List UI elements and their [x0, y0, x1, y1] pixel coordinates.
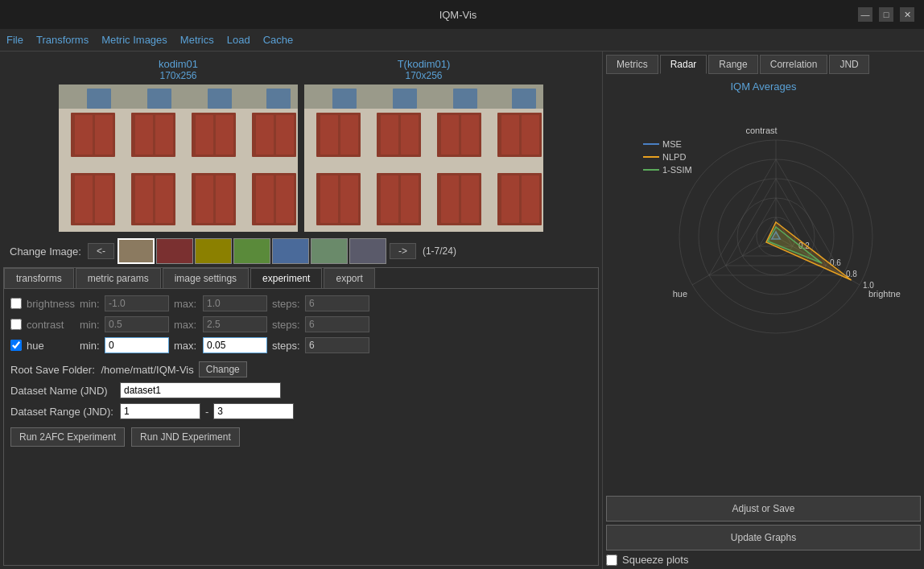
- svg-rect-9: [196, 115, 213, 155]
- contrast-min-label: min:: [80, 319, 100, 331]
- thumbnail-strip: [118, 238, 386, 264]
- right-tab-correlation[interactable]: Correlation: [760, 55, 828, 74]
- contrast-steps-input[interactable]: [305, 316, 369, 332]
- contrast-min-input[interactable]: [105, 316, 169, 332]
- prev-image-button[interactable]: <-: [88, 243, 114, 259]
- contrast-max-input[interactable]: [203, 316, 267, 332]
- svg-text:1-SSIM: 1-SSIM: [662, 165, 692, 175]
- app-title: IQM-Vis: [58, 9, 858, 21]
- hue-checkbox[interactable]: [10, 340, 22, 351]
- svg-rect-16: [95, 175, 113, 223]
- dataset-name-row: Dataset Name (JND): [10, 382, 592, 398]
- svg-rect-18: [135, 175, 153, 223]
- tabs-area: transforms metric params image settings …: [3, 267, 599, 566]
- right-tab-metrics[interactable]: Metrics: [606, 55, 658, 74]
- tab-bar: transforms metric params image settings …: [4, 268, 598, 289]
- squeeze-label: Squeeze plots: [622, 554, 688, 566]
- svg-rect-49: [401, 175, 419, 223]
- svg-rect-46: [340, 175, 358, 223]
- thumb-3[interactable]: [195, 238, 232, 264]
- hue-steps-input[interactable]: [305, 337, 369, 353]
- svg-rect-36: [381, 115, 398, 155]
- close-button[interactable]: ✕: [900, 7, 914, 22]
- run-2afc-button[interactable]: Run 2AFC Experiment: [10, 427, 125, 447]
- menu-cache[interactable]: Cache: [263, 34, 294, 46]
- right-bottom: Adjust or Save Update Graphs Squeeze plo…: [606, 493, 921, 566]
- svg-rect-13: [276, 115, 294, 155]
- titlebar: IQM-Vis — □ ✕: [0, 0, 924, 29]
- svg-rect-51: [441, 175, 459, 223]
- window-controls: — □ ✕: [858, 7, 914, 22]
- right-image-section: T(kodim01) 170x256: [304, 58, 543, 232]
- thumb-4[interactable]: [233, 238, 270, 264]
- menu-load[interactable]: Load: [227, 34, 250, 46]
- maximize-button[interactable]: □: [879, 7, 893, 22]
- tab-image-settings[interactable]: image settings: [163, 268, 249, 288]
- hue-steps-label: steps:: [272, 340, 300, 352]
- change-folder-button[interactable]: Change: [199, 361, 247, 377]
- brightness-steps-input[interactable]: [305, 295, 369, 311]
- range-end-input[interactable]: [213, 403, 294, 419]
- svg-text:contrast: contrast: [745, 126, 777, 135]
- svg-rect-60: [627, 96, 901, 361]
- contrast-checkbox[interactable]: [10, 319, 22, 330]
- hue-min-input[interactable]: [105, 337, 169, 353]
- menu-metrics[interactable]: Metrics: [180, 34, 214, 46]
- brightness-steps-label: steps:: [272, 298, 300, 310]
- dataset-range-label: Dataset Range (JND):: [10, 406, 115, 418]
- svg-rect-26: [87, 89, 111, 109]
- svg-rect-24: [256, 175, 274, 223]
- right-tab-range[interactable]: Range: [708, 55, 757, 74]
- svg-rect-45: [320, 175, 338, 223]
- dataset-name-input[interactable]: [120, 382, 281, 398]
- tab-metric-params[interactable]: metric params: [76, 268, 161, 288]
- brightness-min-input[interactable]: [105, 295, 169, 311]
- squeeze-checkbox[interactable]: [606, 555, 617, 566]
- tab-experiment[interactable]: experiment: [250, 268, 322, 288]
- dataset-range-row: Dataset Range (JND): -: [10, 403, 592, 419]
- tab-export[interactable]: export: [324, 268, 374, 288]
- svg-rect-12: [256, 115, 274, 155]
- left-image: [59, 85, 298, 232]
- left-image-section: kodim01 170x256: [59, 58, 298, 232]
- tab-transforms[interactable]: transforms: [4, 268, 74, 288]
- svg-rect-28: [208, 89, 232, 109]
- menubar: File Transforms Metric Images Metrics Lo…: [0, 29, 924, 52]
- right-image: [304, 85, 543, 232]
- svg-rect-33: [320, 115, 338, 155]
- brightness-row: brightness min: max: steps:: [10, 295, 592, 311]
- range-separator: -: [205, 406, 208, 418]
- svg-rect-40: [461, 115, 479, 155]
- hue-max-label: max:: [174, 340, 198, 352]
- minimize-button[interactable]: —: [858, 7, 872, 22]
- tab-content: brightness min: max: steps: contrast min…: [4, 289, 598, 565]
- right-image-name: T(kodim01): [398, 58, 451, 70]
- svg-rect-34: [340, 115, 358, 155]
- adjust-save-button[interactable]: Adjust or Save: [606, 496, 921, 522]
- right-tab-jnd[interactable]: JND: [829, 55, 868, 74]
- svg-text:hue: hue: [672, 289, 687, 299]
- hue-max-input[interactable]: [203, 337, 267, 353]
- right-tabs: Metrics Radar Range Correlation JND: [606, 55, 921, 74]
- brightness-checkbox[interactable]: [10, 298, 22, 309]
- update-graphs-button[interactable]: Update Graphs: [606, 525, 921, 550]
- brightness-max-input[interactable]: [203, 295, 267, 311]
- thumb-1[interactable]: [118, 238, 155, 264]
- svg-rect-39: [441, 115, 459, 155]
- menu-file[interactable]: File: [6, 34, 23, 46]
- thumb-6[interactable]: [311, 238, 348, 264]
- range-start-input[interactable]: [120, 403, 200, 419]
- hue-row: hue min: max: steps:: [10, 337, 592, 353]
- brightness-max-label: max:: [174, 298, 198, 310]
- thumb-7[interactable]: [349, 238, 386, 264]
- svg-rect-10: [216, 115, 233, 155]
- menu-transforms[interactable]: Transforms: [36, 34, 89, 46]
- thumb-2[interactable]: [156, 238, 193, 264]
- run-jnd-button[interactable]: Run JND Experiment: [131, 427, 240, 447]
- menu-metric-images[interactable]: Metric Images: [101, 34, 167, 46]
- thumb-5[interactable]: [272, 238, 309, 264]
- next-image-button[interactable]: ->: [390, 243, 416, 259]
- image-area: kodim01 170x256: [3, 55, 599, 235]
- svg-rect-52: [461, 175, 479, 223]
- right-tab-radar[interactable]: Radar: [660, 55, 707, 74]
